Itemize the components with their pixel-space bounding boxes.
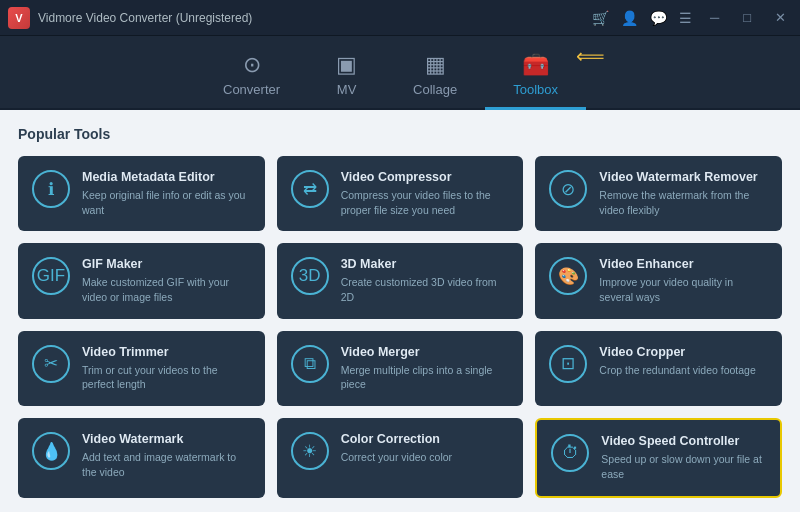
title-bar-left: V Vidmore Video Converter (Unregistered): [8, 7, 252, 29]
nav-tabs: ⊙ Converter ▣ MV ▦ Collage 🧰 Toolbox ⟸: [0, 36, 800, 110]
tool-desc-video-enhancer: Improve your video quality in several wa…: [599, 275, 768, 304]
tab-collage[interactable]: ▦ Collage: [385, 44, 485, 110]
tool-card-video-enhancer[interactable]: 🎨Video EnhancerImprove your video qualit…: [535, 243, 782, 318]
tool-info-video-merger: Video MergerMerge multiple clips into a …: [341, 345, 510, 392]
tool-name-video-watermark: Video Watermark: [82, 432, 251, 446]
tool-card-video-watermark-remover[interactable]: ⊘Video Watermark RemoverRemove the water…: [535, 156, 782, 231]
tool-desc-video-compressor: Compress your video files to the proper …: [341, 188, 510, 217]
maximize-button[interactable]: □: [737, 8, 757, 27]
tool-icon-video-watermark: 💧: [32, 432, 70, 470]
tool-info-video-compressor: Video CompressorCompress your video file…: [341, 170, 510, 217]
tool-name-video-merger: Video Merger: [341, 345, 510, 359]
tool-desc-gif-maker: Make customized GIF with your video or i…: [82, 275, 251, 304]
app-title: Vidmore Video Converter (Unregistered): [38, 11, 252, 25]
user-icon[interactable]: 👤: [621, 10, 638, 26]
mv-label: MV: [337, 82, 357, 97]
tool-card-video-cropper[interactable]: ⊡Video CropperCrop the redundant video f…: [535, 331, 782, 406]
close-button[interactable]: ✕: [769, 8, 792, 27]
tool-desc-video-trimmer: Trim or cut your videos to the perfect l…: [82, 363, 251, 392]
tools-grid: ℹMedia Metadata EditorKeep original file…: [18, 156, 782, 498]
tool-desc-video-watermark-remover: Remove the watermark from the video flex…: [599, 188, 768, 217]
tool-info-video-trimmer: Video TrimmerTrim or cut your videos to …: [82, 345, 251, 392]
tool-icon-video-speed-controller: ⏱: [551, 434, 589, 472]
tool-card-video-compressor[interactable]: ⇄Video CompressorCompress your video fil…: [277, 156, 524, 231]
tool-card-video-trimmer[interactable]: ✂Video TrimmerTrim or cut your videos to…: [18, 331, 265, 406]
tool-card-media-metadata[interactable]: ℹMedia Metadata EditorKeep original file…: [18, 156, 265, 231]
tool-desc-video-cropper: Crop the redundant video footage: [599, 363, 768, 378]
toolbox-label: Toolbox: [513, 82, 558, 97]
tab-toolbox[interactable]: 🧰 Toolbox: [485, 44, 586, 110]
tool-icon-video-watermark-remover: ⊘: [549, 170, 587, 208]
tool-name-video-trimmer: Video Trimmer: [82, 345, 251, 359]
converter-icon: ⊙: [243, 52, 261, 78]
tool-name-video-cropper: Video Cropper: [599, 345, 768, 359]
app-logo: V: [8, 7, 30, 29]
tool-card-video-speed-controller[interactable]: ⏱Video Speed ControllerSpeed up or slow …: [535, 418, 782, 497]
tool-name-media-metadata: Media Metadata Editor: [82, 170, 251, 184]
tool-desc-media-metadata: Keep original file info or edit as you w…: [82, 188, 251, 217]
tool-info-color-correction: Color CorrectionCorrect your video color: [341, 432, 510, 465]
tool-icon-video-enhancer: 🎨: [549, 257, 587, 295]
tool-desc-3d-maker: Create customized 3D video from 2D: [341, 275, 510, 304]
tool-info-media-metadata: Media Metadata EditorKeep original file …: [82, 170, 251, 217]
tool-card-video-watermark[interactable]: 💧Video WatermarkAdd text and image water…: [18, 418, 265, 497]
menu-icon[interactable]: ☰: [679, 10, 692, 26]
tool-info-video-watermark: Video WatermarkAdd text and image waterm…: [82, 432, 251, 479]
tool-name-gif-maker: GIF Maker: [82, 257, 251, 271]
tool-card-3d-maker[interactable]: 3D3D MakerCreate customized 3D video fro…: [277, 243, 524, 318]
tool-card-gif-maker[interactable]: GIFGIF MakerMake customized GIF with you…: [18, 243, 265, 318]
tool-icon-gif-maker: GIF: [32, 257, 70, 295]
tool-icon-video-trimmer: ✂: [32, 345, 70, 383]
tool-card-video-merger[interactable]: ⧉Video MergerMerge multiple clips into a…: [277, 331, 524, 406]
tool-name-3d-maker: 3D Maker: [341, 257, 510, 271]
tool-info-video-cropper: Video CropperCrop the redundant video fo…: [599, 345, 768, 378]
tool-desc-video-speed-controller: Speed up or slow down your file at ease: [601, 452, 766, 481]
tool-name-video-speed-controller: Video Speed Controller: [601, 434, 766, 448]
tool-desc-color-correction: Correct your video color: [341, 450, 510, 465]
tool-name-video-watermark-remover: Video Watermark Remover: [599, 170, 768, 184]
tab-converter[interactable]: ⊙ Converter: [195, 44, 308, 110]
tool-name-video-compressor: Video Compressor: [341, 170, 510, 184]
collage-label: Collage: [413, 82, 457, 97]
title-bar: V Vidmore Video Converter (Unregistered)…: [0, 0, 800, 36]
tool-icon-video-compressor: ⇄: [291, 170, 329, 208]
toolbox-icon: 🧰: [522, 52, 549, 78]
tool-info-video-enhancer: Video EnhancerImprove your video quality…: [599, 257, 768, 304]
main-content: Popular Tools ℹMedia Metadata EditorKeep…: [0, 110, 800, 512]
chat-icon[interactable]: 💬: [650, 10, 667, 26]
mv-icon: ▣: [336, 52, 357, 78]
tool-info-video-watermark-remover: Video Watermark RemoverRemove the waterm…: [599, 170, 768, 217]
tool-icon-3d-maker: 3D: [291, 257, 329, 295]
tool-desc-video-watermark: Add text and image watermark to the vide…: [82, 450, 251, 479]
tool-icon-video-merger: ⧉: [291, 345, 329, 383]
tool-info-3d-maker: 3D MakerCreate customized 3D video from …: [341, 257, 510, 304]
tool-info-gif-maker: GIF MakerMake customized GIF with your v…: [82, 257, 251, 304]
tool-icon-media-metadata: ℹ: [32, 170, 70, 208]
section-title: Popular Tools: [18, 126, 782, 142]
tool-name-video-enhancer: Video Enhancer: [599, 257, 768, 271]
tool-info-video-speed-controller: Video Speed ControllerSpeed up or slow d…: [601, 434, 766, 481]
tool-desc-video-merger: Merge multiple clips into a single piece: [341, 363, 510, 392]
tab-mv[interactable]: ▣ MV: [308, 44, 385, 110]
collage-icon: ▦: [425, 52, 446, 78]
tool-icon-video-cropper: ⊡: [549, 345, 587, 383]
minimize-button[interactable]: ─: [704, 8, 725, 27]
converter-label: Converter: [223, 82, 280, 97]
title-bar-controls: 🛒 👤 💬 ☰ ─ □ ✕: [592, 8, 792, 27]
tool-name-color-correction: Color Correction: [341, 432, 510, 446]
arrow-indicator: ⟸: [576, 44, 605, 108]
tool-icon-color-correction: ☀: [291, 432, 329, 470]
cart-icon[interactable]: 🛒: [592, 10, 609, 26]
tool-card-color-correction[interactable]: ☀Color CorrectionCorrect your video colo…: [277, 418, 524, 497]
